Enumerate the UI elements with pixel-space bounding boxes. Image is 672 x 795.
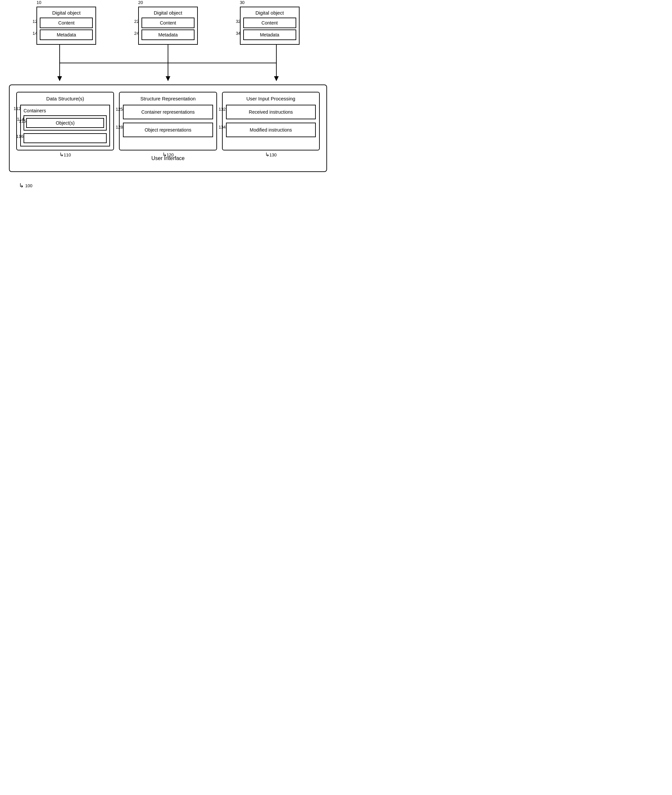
modified-inst-number: 134 xyxy=(219,125,226,130)
do1-metadata: Metadata xyxy=(40,29,93,40)
do3-metadata-wrapper: 34 Metadata xyxy=(243,29,296,40)
received-inst-wrapper: 132 Received instructions xyxy=(226,105,316,119)
object-rep-wrapper: 128 Object representations xyxy=(123,123,213,137)
do2-metadata: Metadata xyxy=(141,29,195,40)
container-rep-number: 125 xyxy=(116,107,123,112)
do3-box: Digital object 32 Content 34 Metadata xyxy=(240,6,299,45)
main-number: 100 xyxy=(25,183,32,188)
user-input-processing-title: User Input Processing xyxy=(226,96,316,101)
svg-marker-9 xyxy=(274,76,279,81)
digital-object-1: 10 Digital object 12 Content 14 Metadata xyxy=(37,6,96,45)
do3-title: Digital object xyxy=(243,10,296,16)
do2-content: Content xyxy=(141,18,195,28)
objects-wrapper: 114 115 Object(s) xyxy=(24,115,107,131)
do2-title: Digital object xyxy=(141,10,195,16)
data-structures-title: Data Structure(s) xyxy=(20,96,110,101)
do1-metadata-wrapper: 14 Metadata xyxy=(40,29,93,40)
do1-box: Digital object 12 Content 14 Metadata xyxy=(37,6,96,45)
digital-object-3: 30 Digital object 32 Content 34 Metadata xyxy=(240,6,299,45)
empty-box xyxy=(24,133,107,143)
do1-title: Digital object xyxy=(40,10,93,16)
object-rep-number: 128 xyxy=(116,125,123,130)
container-rep-wrapper: 125 Container representations xyxy=(123,105,213,119)
do1-metadata-number: 14 xyxy=(32,31,37,36)
main-number-label: ↳ 100 xyxy=(19,182,327,189)
do1-content-wrapper: 12 Content xyxy=(40,18,93,28)
do3-metadata: Metadata xyxy=(243,29,296,40)
object-representations-box: Object representations xyxy=(123,123,213,137)
empty-box-wrapper: 116 xyxy=(24,133,107,143)
structure-rep-number: ↳120 xyxy=(162,152,174,158)
do2-number: 20 xyxy=(138,0,143,5)
do2-metadata-number: 24 xyxy=(134,31,139,36)
structure-representation-title: Structure Representation xyxy=(123,96,213,101)
data-structures-number: ↳110 xyxy=(59,152,71,158)
data-structures-section: Data Structure(s) 112 Containers 114 115… xyxy=(16,92,114,150)
digital-objects-row: 10 Digital object 12 Content 14 Metadata… xyxy=(9,6,327,45)
objects-inner-number: 115 xyxy=(19,118,26,123)
do3-content-wrapper: 32 Content xyxy=(243,18,296,28)
empty-box-number: 116 xyxy=(16,134,24,139)
digital-object-2: 20 Digital object 22 Content 24 Metadata xyxy=(138,6,198,45)
user-input-number: ↳130 xyxy=(265,152,277,158)
received-instructions-box: Received instructions xyxy=(226,105,316,119)
do1-content-number: 12 xyxy=(32,19,37,24)
modified-inst-wrapper: 134 Modified instructions xyxy=(226,123,316,137)
containers-label: Containers xyxy=(24,108,107,114)
ui-outer-box: Data Structure(s) 112 Containers 114 115… xyxy=(9,85,327,172)
do2-box: Digital object 22 Content 24 Metadata xyxy=(138,6,198,45)
containers-number: 112 xyxy=(14,106,21,111)
container-representations-box: Container representations xyxy=(123,105,213,119)
do3-number: 30 xyxy=(240,0,245,5)
svg-marker-5 xyxy=(57,76,62,81)
inner-sections-row: Data Structure(s) 112 Containers 114 115… xyxy=(16,92,320,150)
do1-number: 10 xyxy=(37,0,41,5)
do3-metadata-number: 34 xyxy=(236,31,240,36)
containers-box: 112 Containers 114 115 Object(s) xyxy=(20,105,110,147)
user-input-processing-section: User Input Processing 132 Received instr… xyxy=(222,92,320,150)
objects-inner: Object(s) xyxy=(26,118,104,128)
diagram: 10 Digital object 12 Content 14 Metadata… xyxy=(9,6,327,189)
connection-lines-svg xyxy=(9,45,327,85)
svg-marker-7 xyxy=(166,76,170,81)
do1-content: Content xyxy=(40,18,93,28)
received-inst-number: 132 xyxy=(219,107,226,112)
do2-content-wrapper: 22 Content xyxy=(141,18,195,28)
modified-instructions-box: Modified instructions xyxy=(226,123,316,137)
do3-content-number: 32 xyxy=(236,19,240,24)
do2-metadata-wrapper: 24 Metadata xyxy=(141,29,195,40)
do3-content: Content xyxy=(243,18,296,28)
do2-content-number: 22 xyxy=(134,19,139,24)
structure-representation-section: Structure Representation 125 Container r… xyxy=(119,92,217,150)
objects-inner-wrapper: 115 Object(s) xyxy=(26,118,104,128)
